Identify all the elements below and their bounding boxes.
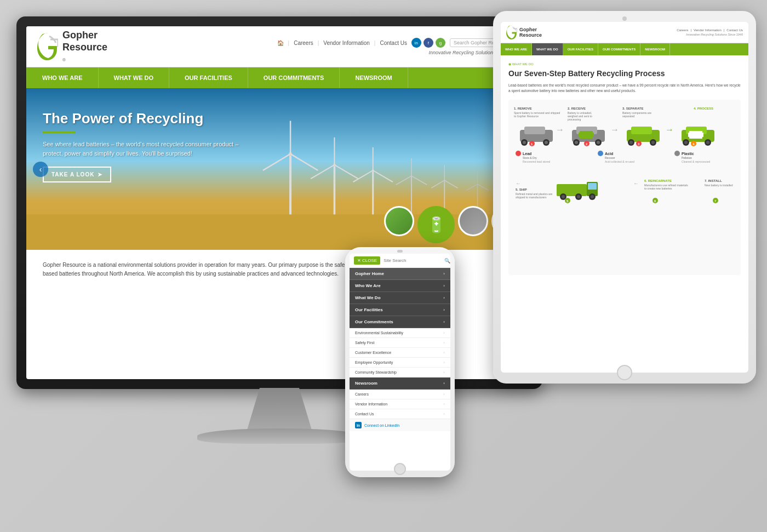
phone-menu-what-label: What We Do xyxy=(355,295,381,300)
svg-rect-47 xyxy=(524,127,545,134)
svg-point-68 xyxy=(651,141,655,144)
close-label: CLOSE xyxy=(362,258,377,263)
tablet-home-button[interactable] xyxy=(617,365,632,380)
tablet-contact-link[interactable]: Contact Us xyxy=(726,28,743,32)
svg-text:→: → xyxy=(610,125,619,134)
phone-menu-newsroom-arrow: › xyxy=(443,381,445,386)
svg-point-67 xyxy=(629,141,633,144)
phone-sub-contact-arrow: › xyxy=(443,411,445,416)
phone-home-button[interactable] xyxy=(394,463,406,475)
nav-what-we-do[interactable]: What We Do xyxy=(99,67,170,88)
logo-reg: ® xyxy=(62,58,66,62)
logo-icon xyxy=(37,33,58,60)
phone-menu-item-what[interactable]: What We Do › xyxy=(350,292,450,304)
phone-sub-item-vendor[interactable]: Vendor Information › xyxy=(350,399,450,409)
close-icon: ✕ xyxy=(357,258,361,263)
tablet-careers-link[interactable]: Careers xyxy=(677,28,688,32)
monitor-bezel: Gopher Resource ® 🏠 | Careers | Ven xyxy=(16,16,542,389)
phone-sub-item-customer[interactable]: Customer Excellence › xyxy=(350,348,450,358)
hero-cta-label: TAKE A LOOK xyxy=(51,171,94,178)
phone-sub-item-employee[interactable]: Employee Opportunity › xyxy=(350,358,450,368)
nav-bar: Who We Are What We Do Our Facilities Our… xyxy=(26,67,533,88)
phone-menu-item-who[interactable]: Who We Are › xyxy=(350,280,450,292)
vendor-link[interactable]: Vendor Information xyxy=(323,40,370,46)
hero-description: See where lead batteries – the world's m… xyxy=(43,140,251,158)
svg-point-74 xyxy=(684,141,688,144)
nav-who-we-are[interactable]: Who We Are xyxy=(26,67,99,88)
social-other-icon[interactable]: g xyxy=(436,38,445,48)
nav-newsroom[interactable]: Newsroom xyxy=(340,67,408,88)
hero-circle-battery: 🔋 xyxy=(417,206,455,243)
phone-sub-item-safety[interactable]: Safety First › xyxy=(350,338,450,348)
header-right: 🏠 | Careers | Vendor Information | Conta… xyxy=(277,38,522,55)
hero-content: The Power of Recycling See where lead ba… xyxy=(43,110,251,182)
hero-circle-person xyxy=(384,206,414,236)
phone-sub-item-community[interactable]: Community Stewardship › xyxy=(350,368,450,377)
facebook-icon[interactable]: f xyxy=(423,38,433,48)
hero-cta-button[interactable]: TAKE A LOOK ➤ xyxy=(43,167,111,182)
phone-connect-label: Connect on LinkedIn xyxy=(364,424,399,427)
phone-menu-item-home[interactable]: Gopher Home › xyxy=(350,268,450,280)
phone-menu-commitments-label: Our Commitments xyxy=(355,319,393,324)
tablet-nav-facilities[interactable]: Our Facilities xyxy=(563,43,598,55)
linkedin-icon[interactable]: in xyxy=(411,38,421,48)
svg-text:←: ← xyxy=(516,180,521,186)
header-top-links: 🏠 | Careers | Vendor Information | Conta… xyxy=(277,38,522,48)
hero-circle-industrial xyxy=(458,206,488,236)
svg-rect-60 xyxy=(579,133,581,137)
phone-close-button[interactable]: ✕ CLOSE xyxy=(354,256,380,265)
monitor-stand-neck xyxy=(247,388,312,432)
contact-link[interactable]: Contact Us xyxy=(380,40,407,46)
phone-sub-community-arrow: › xyxy=(443,370,445,375)
phone-sub-careers-arrow: › xyxy=(443,392,445,397)
svg-text:to create new batteries: to create new batteries xyxy=(644,187,672,190)
phone-sub-safety-arrow: › xyxy=(443,340,445,345)
phone-menu-item-newsroom[interactable]: Newsroom › xyxy=(350,377,450,390)
process-infographic-svg: 1. REMOVE Spent battery is removed and s… xyxy=(513,104,741,170)
tablet-nav-who[interactable]: Who We Are xyxy=(501,43,532,55)
logo-area: Gopher Resource ® xyxy=(37,30,107,63)
logo-name: Gopher Resource xyxy=(62,30,107,53)
nav-commitments[interactable]: Our Commitments xyxy=(248,67,340,88)
hero-prev-arrow[interactable]: ‹ xyxy=(33,162,48,177)
phone-linkedin-connect[interactable]: in Connect on LinkedIn xyxy=(350,419,450,431)
monitor-screen: Gopher Resource ® 🏠 | Careers | Ven xyxy=(26,26,533,379)
phone-search-icon: 🔍 xyxy=(444,258,450,264)
home-icon: 🏠 xyxy=(277,40,284,46)
tablet-nav-what[interactable]: What We Do xyxy=(532,43,563,55)
phone-sub-safety-label: Safety First xyxy=(355,341,374,345)
linkedin-small-icon: in xyxy=(355,422,362,428)
social-icons: in f g xyxy=(411,38,445,48)
tablet-device: Gopher Resource Careers | Vendor Informa… xyxy=(493,11,756,384)
nav-facilities[interactable]: Our Facilities xyxy=(169,67,248,88)
monitor-device: Gopher Resource ® 🏠 | Careers | Ven xyxy=(16,16,553,444)
phone-sub-item-env[interactable]: Environmental Sustainability › xyxy=(350,328,450,338)
tablet-nav-newsroom[interactable]: Newsroom xyxy=(640,43,670,55)
svg-point-91 xyxy=(598,151,603,156)
phone-menu-item-commitments[interactable]: Our Commitments › xyxy=(350,316,450,328)
tablet-logo-text: Gopher Resource xyxy=(519,27,542,38)
svg-rect-59 xyxy=(580,131,593,139)
phone-sub-careers-label: Careers xyxy=(355,392,369,396)
phone-menu-item-facilities[interactable]: Our Facilities › xyxy=(350,304,450,316)
svg-text:Store & Dry: Store & Dry xyxy=(523,156,537,159)
tablet-nav-commitments[interactable]: Our Commitments xyxy=(598,43,640,55)
hero-divider xyxy=(43,131,76,133)
svg-point-109 xyxy=(562,195,565,198)
careers-link[interactable]: Careers xyxy=(294,40,313,46)
svg-text:New battery is installed: New battery is installed xyxy=(705,184,733,187)
svg-text:Lead: Lead xyxy=(523,152,531,156)
svg-rect-78 xyxy=(701,133,703,137)
svg-text:1. REMOVE: 1. REMOVE xyxy=(514,107,532,110)
svg-rect-61 xyxy=(592,133,594,137)
hero-title: The Power of Recycling xyxy=(43,110,251,127)
phone-menu-commitments-arrow: › xyxy=(443,319,445,324)
phone-search-input[interactable] xyxy=(384,258,441,263)
phone-menu-facilities-label: Our Facilities xyxy=(355,307,383,312)
process-diagram: 1. REMOVE Spent battery is removed and s… xyxy=(508,100,741,275)
tablet-vendor-link[interactable]: Vendor Information xyxy=(694,28,722,32)
phone-menu-arrow-icon: › xyxy=(443,271,445,276)
phone-sub-item-careers[interactable]: Careers › xyxy=(350,390,450,399)
tablet-header-right: Careers | Vendor Information | Contact U… xyxy=(677,28,743,36)
phone-sub-item-contact[interactable]: Contact Us › xyxy=(350,409,450,419)
